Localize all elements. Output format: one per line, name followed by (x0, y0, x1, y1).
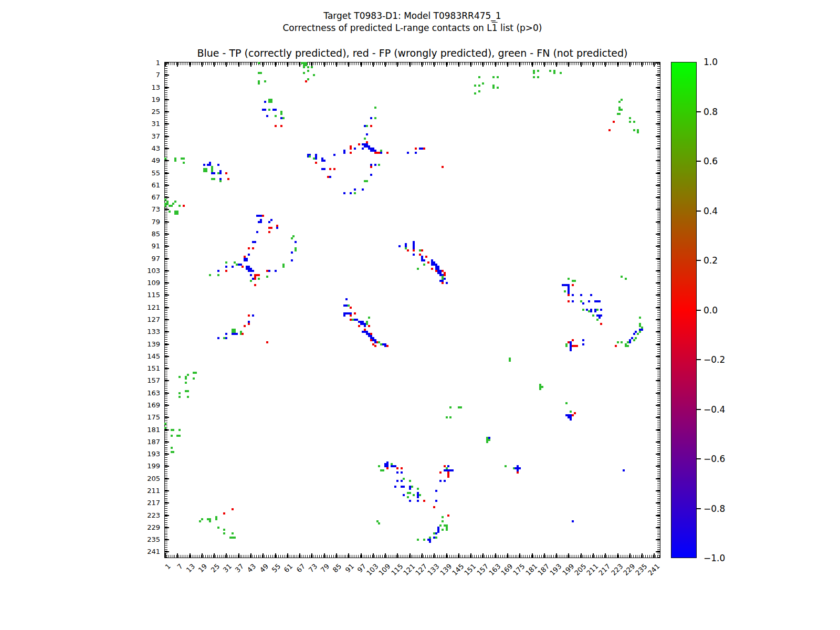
major-tick (336, 553, 337, 558)
x-tick-label-text: 145 (450, 562, 465, 577)
contact-point (439, 471, 442, 474)
contact-point (201, 518, 203, 520)
contact-point (572, 520, 574, 522)
contact-point (478, 90, 480, 92)
major-tick (593, 62, 594, 67)
contact-point (474, 92, 476, 94)
contact-point (439, 480, 442, 482)
contact-point (232, 532, 234, 534)
major-tick (165, 258, 169, 259)
major-tick (470, 62, 471, 67)
major-tick (556, 553, 557, 558)
major-tick (656, 185, 660, 186)
x-tick-label-text: 211 (585, 562, 600, 577)
contact-point (617, 341, 619, 343)
contact-point (492, 87, 495, 89)
colorbar-tick (697, 359, 701, 360)
contact-point (582, 343, 584, 345)
contact-point (172, 451, 174, 453)
contact-point (252, 314, 254, 317)
contact-point (596, 309, 598, 311)
contact-point (232, 508, 234, 510)
contact-point (370, 174, 372, 176)
major-tick (177, 62, 178, 67)
contact-point (380, 152, 382, 154)
contact-point (275, 125, 277, 127)
contact-point (362, 188, 364, 191)
y-tick-label: 103 (129, 267, 160, 275)
contact-point (429, 541, 431, 543)
major-tick (165, 454, 169, 455)
contact-point (291, 259, 293, 261)
contact-point (629, 121, 631, 123)
colorbar-tick (697, 409, 701, 410)
contact-point (588, 300, 590, 302)
contact-point (366, 125, 368, 127)
y-tick-label: 19 (129, 96, 160, 103)
contact-point (213, 172, 215, 174)
x-tick-label-text: 79 (319, 562, 331, 574)
major-tick (165, 490, 169, 491)
major-tick (656, 246, 660, 247)
contact-point (364, 138, 366, 140)
contact-point (623, 469, 625, 471)
contact-point (183, 158, 185, 160)
major-tick (275, 553, 276, 558)
contact-point (174, 160, 176, 162)
contact-point (621, 109, 623, 111)
x-tick-label-text: 49 (258, 562, 270, 574)
contact-point (323, 160, 326, 162)
contact-point (509, 360, 511, 362)
contact-point (396, 480, 398, 482)
x-tick-label-text: 25 (209, 562, 220, 574)
y-tick-label: 43 (129, 144, 160, 152)
major-tick (165, 62, 166, 67)
colorbar-tick (697, 458, 701, 459)
contact-point (217, 270, 219, 272)
x-tick-label-text: 91 (344, 562, 355, 574)
x-tick-label-text: 37 (234, 562, 245, 574)
contact-point (635, 337, 637, 339)
major-tick (385, 553, 386, 558)
y-tick-label: 73 (129, 205, 160, 213)
contact-point (415, 152, 417, 154)
major-tick (532, 553, 533, 558)
contact-point (176, 213, 178, 215)
contact-point (488, 439, 490, 441)
colorbar-tick-label: −0.8 (704, 503, 725, 514)
contact-point (350, 192, 352, 194)
major-tick (556, 62, 557, 67)
major-tick (617, 553, 618, 558)
y-tick-label: 115 (129, 291, 160, 299)
contact-point (582, 302, 584, 304)
contact-point (362, 148, 364, 150)
contact-point (625, 278, 627, 280)
contact-point (413, 249, 415, 251)
contact-point (394, 486, 396, 488)
contact-point (435, 537, 437, 539)
major-tick (165, 136, 169, 137)
contact-point (564, 290, 566, 292)
contact-point (223, 529, 225, 531)
contact-point (209, 520, 211, 522)
x-tick-label-text: 181 (524, 562, 539, 577)
colorbar-tick (697, 508, 701, 509)
major-tick (656, 307, 660, 308)
major-tick (202, 553, 203, 558)
contact-point (474, 85, 476, 87)
major-tick (605, 62, 606, 67)
major-tick (336, 62, 337, 67)
contact-point (270, 101, 272, 103)
colorbar-tick-label: 1.0 (704, 57, 718, 67)
major-tick (642, 553, 643, 558)
contact-point (407, 496, 409, 498)
colorbar-tick-label: −1.0 (704, 553, 725, 563)
contact-point (266, 115, 268, 117)
y-tick-label: 217 (129, 499, 160, 507)
y-tick-label: 187 (129, 438, 160, 446)
x-tick-label-text: 127 (414, 562, 428, 577)
major-tick (656, 515, 660, 516)
contact-point (275, 109, 277, 111)
contact-point (423, 148, 425, 150)
contact-point (615, 345, 617, 347)
